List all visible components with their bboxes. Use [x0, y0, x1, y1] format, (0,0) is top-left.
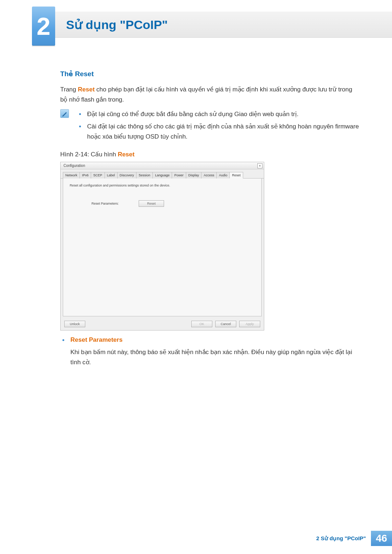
intro-post: cho phép bạn đặt lại cấu hình và quyền v…: [60, 86, 352, 103]
reset-description: Reset all configuration and permissions …: [70, 184, 255, 187]
tab-label[interactable]: Label: [105, 172, 118, 178]
footer-breadcrumb: 2 Sử dụng "PCoIP": [316, 531, 371, 546]
tab-ipv6[interactable]: IPv6: [79, 172, 91, 178]
close-icon[interactable]: ×: [257, 163, 262, 168]
tabs-row: Network IPv6 SCEP Label Discovery Sessio…: [61, 172, 264, 178]
window-body: Reset all configuration and permissions …: [63, 178, 262, 316]
subsection-text: Khi bạn bấm nút này, thông báo sẽ xuất h…: [70, 347, 359, 368]
tab-reset[interactable]: Reset: [229, 172, 243, 178]
subsection: Reset Parameters Khi bạn bấm nút này, th…: [60, 336, 359, 368]
tab-language[interactable]: Language: [152, 172, 172, 178]
window-footer: Unlock OK Cancel Apply: [61, 319, 264, 330]
tab-power[interactable]: Power: [172, 172, 186, 178]
ok-button[interactable]: OK: [191, 321, 212, 327]
reset-parameters-label: Reset Parameters:: [91, 202, 139, 205]
page-footer: 2 Sử dụng "PCoIP" 46: [316, 531, 392, 546]
footer-page-number: 46: [371, 531, 392, 546]
section-heading: Thẻ Reset: [60, 70, 359, 78]
subsection-heading: Reset Parameters: [70, 336, 359, 344]
figure-caption: Hình 2-14: Cấu hình Reset: [60, 151, 359, 158]
config-window: Configuration × Network IPv6 SCEP Label …: [60, 162, 264, 331]
section-intro: Trang Reset cho phép bạn đặt lại cấu hìn…: [60, 85, 359, 105]
chapter-title: Sử dụng "PCoIP": [66, 17, 168, 32]
window-title: Configuration: [64, 164, 85, 168]
figure-pre: Hình 2-14: Cấu hình: [60, 151, 118, 158]
tab-discovery[interactable]: Discovery: [117, 172, 137, 178]
figure-accent: Reset: [118, 151, 134, 158]
tab-display[interactable]: Display: [186, 172, 202, 178]
note-block: Đặt lại cũng có thể được bắt đầu bằng cá…: [60, 109, 359, 144]
tab-scep[interactable]: SCEP: [91, 172, 105, 178]
tab-access[interactable]: Access: [201, 172, 217, 178]
tab-network[interactable]: Network: [63, 172, 80, 178]
note-item: Đặt lại cũng có thể được bắt đầu bằng cá…: [77, 109, 359, 119]
tab-session[interactable]: Session: [136, 172, 153, 178]
intro-pre: Trang: [60, 86, 78, 93]
note-icon: [60, 109, 69, 118]
chapter-number-badge: 2: [32, 7, 55, 46]
intro-accent: Reset: [78, 86, 95, 93]
cancel-button[interactable]: Cancel: [215, 321, 236, 327]
apply-button[interactable]: Apply: [239, 321, 260, 327]
reset-row: Reset Parameters: Reset: [91, 200, 255, 207]
note-item: Cài đặt lại các thông số cho các giá trị…: [77, 122, 359, 142]
note-list: Đặt lại cũng có thể được bắt đầu bằng cá…: [77, 109, 359, 144]
main-content: Thẻ Reset Trang Reset cho phép bạn đặt l…: [60, 70, 359, 368]
reset-button[interactable]: Reset: [139, 200, 164, 207]
window-titlebar: Configuration ×: [61, 162, 264, 169]
unlock-button[interactable]: Unlock: [64, 321, 85, 327]
tab-audio[interactable]: Audio: [216, 172, 230, 178]
